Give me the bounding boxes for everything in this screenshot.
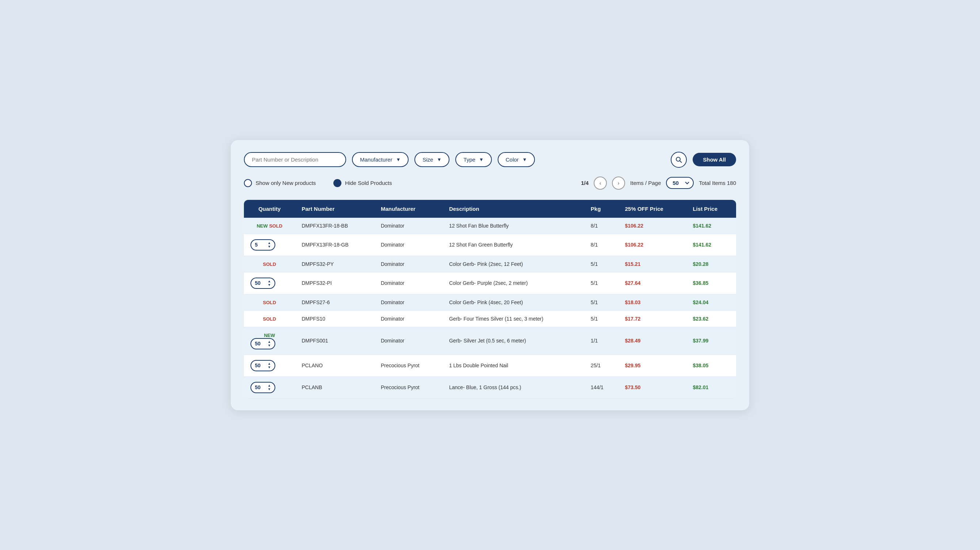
- description-cell: Gerb- Silver Jet (0.5 sec, 6 meter): [442, 327, 584, 355]
- pkg-cell: 5/1: [584, 272, 619, 294]
- badge-sold: SOLD: [263, 316, 276, 322]
- pkg-cell: 5/1: [584, 311, 619, 327]
- manufacturer-cell: Dominator: [374, 272, 442, 294]
- qty-down-icon: ▼: [268, 388, 271, 391]
- manufacturer-cell: Dominator: [374, 218, 442, 234]
- items-per-page-select[interactable]: 50 25 100: [666, 177, 694, 189]
- chevron-down-icon: ▼: [522, 157, 527, 162]
- top-bar: Manufacturer ▼ Size ▼ Type ▼ Color ▼ Sho…: [244, 152, 736, 168]
- manufacturer-cell: Dominator: [374, 294, 442, 311]
- table-row: 5 ▲ ▼ DMPFX13FR-18-GBDominator12 Shot Fa…: [244, 234, 736, 256]
- quantity-stepper[interactable]: 50 ▲ ▼: [250, 382, 275, 393]
- table-row: 50 ▲ ▼ PCLANBPrecocious PyrotLance- Blue…: [244, 376, 736, 398]
- part-number-cell: DMPFS10: [295, 311, 374, 327]
- part-number-cell: DMPFS27-6: [295, 294, 374, 311]
- qty-down-icon: ▼: [268, 366, 271, 369]
- manufacturer-cell: Precocious Pyrot: [374, 376, 442, 398]
- pkg-cell: 8/1: [584, 234, 619, 256]
- table-row: SOLDDMPFS27-6DominatorColor Gerb- Pink (…: [244, 294, 736, 311]
- part-number-cell: DMPFS001: [295, 327, 374, 355]
- hide-sold-label: Hide Sold Products: [345, 180, 392, 186]
- description-cell: Lance- Blue, 1 Gross (144 pcs.): [442, 376, 584, 398]
- type-dropdown[interactable]: Type ▼: [455, 152, 492, 167]
- size-dropdown[interactable]: Size ▼: [414, 152, 449, 167]
- badge-sold: SOLD: [263, 300, 276, 305]
- price-off-cell: $73.50: [619, 376, 686, 398]
- quantity-cell: 50 ▲ ▼: [244, 272, 295, 294]
- qty-down-icon: ▼: [268, 245, 271, 248]
- quantity-cell: 5 ▲ ▼: [244, 234, 295, 256]
- qty-up-icon: ▲: [268, 241, 271, 245]
- color-dropdown[interactable]: Color ▼: [498, 152, 535, 167]
- products-table: Quantity Part Number Manufacturer Descri…: [244, 200, 736, 399]
- pkg-cell: 5/1: [584, 256, 619, 272]
- description-cell: 12 Shot Fan Green Butterfly: [442, 234, 584, 256]
- table-row: SOLDDMPFS10DominatorGerb- Four Times Sil…: [244, 311, 736, 327]
- part-number-cell: PCLANB: [295, 376, 374, 398]
- show-new-toggle-group: Show only New products: [244, 179, 316, 187]
- quantity-cell: 50 ▲ ▼: [244, 376, 295, 398]
- qty-value: 50: [255, 280, 261, 286]
- show-new-radio[interactable]: [244, 179, 252, 187]
- quantity-cell: SOLD: [244, 294, 295, 311]
- manufacturer-dropdown[interactable]: Manufacturer ▼: [352, 152, 409, 167]
- col-pkg: Pkg: [584, 200, 619, 218]
- hide-sold-radio[interactable]: [333, 179, 341, 187]
- qty-up-icon: ▲: [268, 362, 271, 365]
- description-cell: 1 Lbs Double Pointed Nail: [442, 355, 584, 376]
- page-indicator: 1/4: [581, 180, 589, 186]
- list-price-cell: $23.62: [686, 311, 736, 327]
- chevron-down-icon: ▼: [437, 157, 441, 162]
- qty-arrows: ▲ ▼: [268, 241, 271, 248]
- table-row: 50 ▲ ▼ PCLANOPrecocious Pyrot1 Lbs Doubl…: [244, 355, 736, 376]
- list-price-cell: $141.62: [686, 218, 736, 234]
- table-row: NEW 50 ▲ ▼ DMPFS001DominatorGerb- Silver…: [244, 327, 736, 355]
- description-cell: Color Gerb- Pink (2sec, 12 Feet): [442, 256, 584, 272]
- table-header-row: Quantity Part Number Manufacturer Descri…: [244, 200, 736, 218]
- show-new-label: Show only New products: [256, 180, 316, 186]
- quantity-stepper[interactable]: 50 ▲ ▼: [250, 338, 275, 349]
- list-price-cell: $38.05: [686, 355, 736, 376]
- manufacturer-cell: Dominator: [374, 311, 442, 327]
- pagination-area: 1/4 ‹ › Items / Page 50 25 100 Total Ite…: [581, 176, 736, 190]
- manufacturer-cell: Dominator: [374, 234, 442, 256]
- total-items-label: Total Items 180: [699, 180, 736, 186]
- manufacturer-cell: Dominator: [374, 256, 442, 272]
- quantity-stepper[interactable]: 50 ▲ ▼: [250, 277, 275, 289]
- chevron-down-icon: ▼: [396, 157, 401, 162]
- col-part-number: Part Number: [295, 200, 374, 218]
- col-quantity: Quantity: [244, 200, 295, 218]
- price-off-cell: $106.22: [619, 218, 686, 234]
- pkg-cell: 144/1: [584, 376, 619, 398]
- prev-page-button[interactable]: ‹: [594, 176, 607, 190]
- quantity-stepper[interactable]: 50 ▲ ▼: [250, 360, 275, 371]
- price-off-cell: $18.03: [619, 294, 686, 311]
- search-input[interactable]: [244, 152, 346, 167]
- qty-down-icon: ▼: [268, 284, 271, 287]
- search-button[interactable]: [671, 152, 687, 168]
- qty-value: 50: [255, 341, 261, 347]
- quantity-cell: 50 ▲ ▼: [244, 355, 295, 376]
- list-price-cell: $24.04: [686, 294, 736, 311]
- pkg-cell: 1/1: [584, 327, 619, 355]
- price-off-cell: $17.72: [619, 311, 686, 327]
- quantity-stepper[interactable]: 5 ▲ ▼: [250, 239, 275, 250]
- manufacturer-cell: Dominator: [374, 327, 442, 355]
- qty-value: 50: [255, 363, 261, 368]
- qty-arrows: ▲ ▼: [268, 362, 271, 369]
- price-off-cell: $27.64: [619, 272, 686, 294]
- description-cell: 12 Shot Fan Blue Butterfly: [442, 218, 584, 234]
- manufacturer-cell: Precocious Pyrot: [374, 355, 442, 376]
- quantity-cell: SOLD: [244, 311, 295, 327]
- price-off-cell: $29.95: [619, 355, 686, 376]
- qty-arrows: ▲ ▼: [268, 384, 271, 391]
- part-number-cell: DMPFS32-PI: [295, 272, 374, 294]
- search-icon: [676, 157, 682, 163]
- list-price-cell: $37.99: [686, 327, 736, 355]
- pkg-cell: 25/1: [584, 355, 619, 376]
- next-page-button[interactable]: ›: [612, 176, 625, 190]
- qty-arrows: ▲ ▼: [268, 280, 271, 287]
- show-all-button[interactable]: Show All: [693, 153, 736, 166]
- price-off-cell: $15.21: [619, 256, 686, 272]
- col-price-off: 25% OFF Price: [619, 200, 686, 218]
